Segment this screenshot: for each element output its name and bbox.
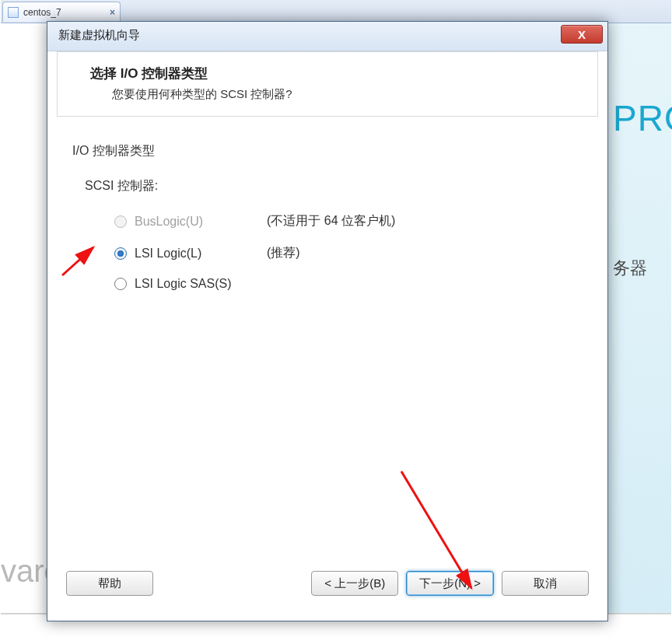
radio-option-lsilogicsas[interactable]: LSI Logic SAS(S) — [72, 277, 583, 291]
tab-strip: centos_7 × — [1, 0, 671, 23]
radio-label: BusLogic(U) — [135, 215, 243, 229]
back-button[interactable]: < 上一步(B) — [311, 571, 398, 596]
wizard-dialog: 新建虚拟机向导 X 选择 I/O 控制器类型 您要使用何种类型的 SCSI 控制… — [47, 21, 608, 621]
dialog-body: 选择 I/O 控制器类型 您要使用何种类型的 SCSI 控制器? I/O 控制器… — [57, 51, 598, 611]
header-panel: 选择 I/O 控制器类型 您要使用何种类型的 SCSI 控制器? — [57, 51, 598, 117]
radio-icon[interactable] — [114, 278, 127, 290]
radio-icon — [114, 215, 127, 228]
brand-fragment: PRO — [613, 97, 672, 139]
radio-icon[interactable] — [114, 247, 127, 260]
help-button[interactable]: 帮助 — [66, 571, 153, 596]
radio-option-lsilogic[interactable]: LSI Logic(L) (推荐) — [72, 245, 583, 261]
radio-label: LSI Logic SAS(S) — [135, 277, 243, 291]
radio-label: LSI Logic(L) — [135, 247, 243, 261]
vm-icon — [8, 7, 19, 18]
button-label: 取消 — [534, 576, 557, 591]
cn-fragment: 务器 — [613, 257, 647, 280]
radio-note: (不适用于 64 位客户机) — [267, 213, 395, 229]
radio-option-buslogic: BusLogic(U) (不适用于 64 位客户机) — [72, 213, 583, 229]
button-label: 下一步(N) > — [419, 576, 481, 591]
button-label: 帮助 — [98, 576, 121, 591]
group-label: I/O 控制器类型 — [72, 143, 583, 159]
button-bar: 帮助 < 上一步(B) 下一步(N) > 取消 — [66, 571, 589, 596]
dialog-title: 新建虚拟机向导 — [58, 28, 140, 43]
cancel-button[interactable]: 取消 — [502, 571, 589, 596]
tab-label: centos_7 — [23, 7, 61, 18]
right-pane: PRO 务器 — [607, 23, 671, 614]
radio-note: (推荐) — [267, 245, 300, 261]
next-button[interactable]: 下一步(N) > — [406, 571, 494, 596]
header-subtitle: 您要使用何种类型的 SCSI 控制器? — [90, 87, 582, 102]
close-icon: X — [578, 28, 586, 41]
close-button[interactable]: X — [561, 25, 603, 44]
header-title: 选择 I/O 控制器类型 — [90, 65, 582, 82]
scsi-label: SCSI 控制器: — [72, 178, 583, 194]
close-tab-icon[interactable]: × — [110, 7, 115, 18]
button-label: < 上一步(B) — [324, 576, 385, 591]
dialog-titlebar[interactable]: 新建虚拟机向导 X — [47, 22, 607, 51]
tab-centos7[interactable]: centos_7 × — [2, 2, 121, 22]
content-area: I/O 控制器类型 SCSI 控制器: BusLogic(U) (不适用于 64… — [57, 117, 598, 314]
